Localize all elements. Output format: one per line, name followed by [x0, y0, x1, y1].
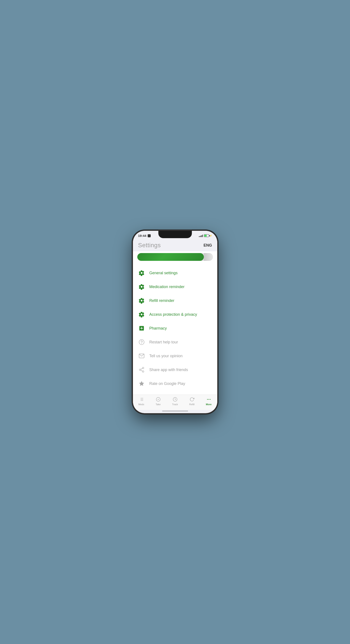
phone-device: 19:44 ⚡ Settings ENG: [133, 231, 217, 413]
menu-item-share[interactable]: Share app with friends: [133, 363, 217, 377]
nav-item-meds[interactable]: Meds: [135, 396, 148, 406]
refill-icon: [189, 396, 195, 402]
phone-screen: 19:44 ⚡ Settings ENG: [133, 231, 217, 413]
svg-point-4: [142, 367, 144, 369]
page-title: Settings: [138, 242, 161, 249]
menu-item-general-settings[interactable]: General settings: [133, 266, 217, 280]
gear-icon: [138, 270, 145, 276]
nav-label-meds: Meds: [138, 403, 144, 406]
more-icon: [206, 396, 212, 402]
home-indicator: [162, 410, 188, 412]
bottom-navigation: Meds Take: [133, 394, 217, 410]
nav-item-refill[interactable]: Refill: [186, 396, 198, 406]
svg-line-8: [141, 368, 142, 370]
help-icon: [138, 339, 145, 346]
svg-point-20: [210, 399, 210, 400]
gear-icon-refill: [138, 297, 145, 304]
recording-indicator: [148, 234, 151, 237]
battery-body: [204, 234, 209, 237]
svg-point-1: [139, 340, 144, 344]
svg-point-19: [208, 399, 209, 400]
nav-label-more: More: [206, 403, 212, 406]
menu-label-refill-reminder: Refill reminder: [150, 298, 174, 303]
svg-text:Rx: Rx: [140, 328, 142, 331]
settings-menu-list: General settings Medication reminder: [133, 264, 217, 394]
menu-label-access-protection: Access protection & privacy: [150, 312, 197, 317]
nav-label-track: Track: [172, 403, 178, 406]
track-icon: [172, 396, 178, 402]
svg-point-18: [207, 399, 208, 400]
menu-label-medication-reminder: Medication reminder: [150, 284, 184, 289]
menu-item-pharmacy[interactable]: Rx Pharmacy: [133, 321, 217, 335]
menu-label-rate: Rate on Google Play: [150, 382, 185, 386]
progress-section: [133, 251, 217, 264]
menu-item-refill-reminder[interactable]: Refill reminder: [133, 294, 217, 308]
menu-item-rate[interactable]: Rate on Google Play: [133, 377, 217, 390]
nav-item-take[interactable]: Take: [152, 396, 165, 406]
status-time: 19:44: [138, 234, 151, 238]
menu-item-opinion[interactable]: Tell us your opinion: [133, 349, 217, 363]
nav-item-more[interactable]: More: [202, 396, 215, 406]
meds-icon: [138, 396, 144, 402]
app-content: Settings ENG Gen: [133, 239, 217, 410]
status-icons: ⚡: [199, 234, 212, 237]
time-text: 19:44: [138, 234, 146, 238]
menu-item-restart-help[interactable]: Restart help tour: [133, 335, 217, 349]
nav-label-refill: Refill: [189, 403, 194, 406]
menu-label-pharmacy: Pharmacy: [150, 326, 167, 331]
gear-icon-access: [138, 311, 145, 318]
pharmacy-icon: Rx: [138, 325, 145, 332]
battery-fill: [204, 235, 207, 237]
svg-marker-9: [139, 381, 144, 386]
progress-fill: [137, 253, 204, 261]
take-icon: [156, 396, 161, 402]
menu-label-share: Share app with friends: [150, 368, 188, 372]
gear-icon-medication: [138, 283, 145, 290]
mail-icon: [138, 352, 145, 360]
menu-label-opinion: Tell us your opinion: [150, 354, 183, 358]
nav-item-track[interactable]: Track: [168, 396, 182, 406]
menu-label-general-settings: General settings: [150, 271, 178, 275]
menu-item-medication-reminder[interactable]: Medication reminder: [133, 280, 217, 294]
menu-label-restart-help: Restart help tour: [150, 340, 178, 344]
progress-bar: [137, 253, 213, 261]
battery-icon: ⚡: [204, 234, 212, 237]
svg-point-5: [139, 369, 141, 370]
menu-item-facebook[interactable]: Like on Facebook: [133, 390, 217, 394]
star-icon: [138, 380, 145, 387]
signal-icon: [199, 234, 203, 237]
share-icon: [138, 366, 145, 373]
menu-item-access-protection[interactable]: Access protection & privacy: [133, 308, 217, 321]
progress-end: [204, 253, 213, 261]
language-button[interactable]: ENG: [204, 243, 212, 248]
app-header: Settings ENG: [133, 239, 217, 251]
nav-label-take: Take: [156, 403, 160, 406]
svg-point-6: [142, 371, 144, 372]
phone-notch: [158, 231, 192, 238]
svg-line-7: [141, 370, 142, 371]
